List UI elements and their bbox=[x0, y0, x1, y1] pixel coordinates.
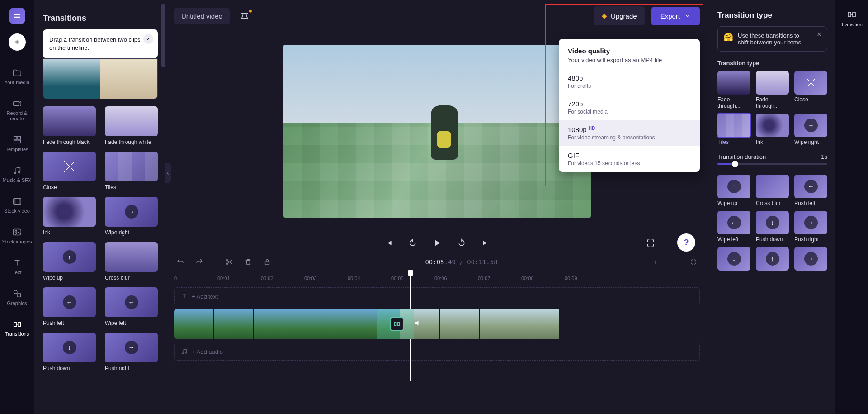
clip-frame[interactable] bbox=[174, 309, 214, 339]
video-preview[interactable] bbox=[283, 45, 591, 218]
transition-thumb[interactable]: Cross blur bbox=[105, 242, 158, 281]
clip-frame[interactable] bbox=[480, 309, 519, 339]
export-option-1080p[interactable]: 1080pHD For video streaming & presentati… bbox=[559, 120, 700, 146]
clip-frame[interactable] bbox=[333, 309, 373, 339]
upgrade-button[interactable]: ◆ Upgrade bbox=[594, 6, 645, 25]
lock-button[interactable] bbox=[261, 256, 274, 268]
type-wipe-right[interactable]: →Wipe right bbox=[794, 114, 827, 145]
split-button[interactable] bbox=[223, 256, 236, 268]
filters-button[interactable]: ◆ bbox=[236, 7, 253, 24]
rail-graphics[interactable]: Graphics bbox=[0, 284, 34, 310]
panel-title: Transitions bbox=[43, 14, 158, 23]
svg-point-13 bbox=[226, 260, 228, 261]
rail-record-create[interactable]: Record & create bbox=[0, 94, 34, 126]
rail-stock-images[interactable]: Stock images bbox=[0, 223, 34, 249]
clip-frame[interactable] bbox=[254, 309, 293, 339]
forward-button[interactable] bbox=[456, 237, 467, 249]
rail-transition-tab[interactable]: Transition bbox=[841, 9, 863, 27]
video-title-input[interactable]: Untitled video bbox=[174, 8, 230, 24]
svg-rect-15 bbox=[265, 262, 269, 265]
rail-templates[interactable]: Templates bbox=[0, 130, 34, 157]
transition-marker[interactable] bbox=[390, 317, 404, 331]
clip-audio-icon[interactable] bbox=[414, 319, 422, 328]
rail-label: Record & create bbox=[0, 110, 34, 121]
transition-thumb[interactable]: ←Wipe left bbox=[105, 287, 158, 326]
play-button[interactable] bbox=[431, 237, 443, 249]
rail-label: Templates bbox=[5, 147, 28, 152]
transition-thumb[interactable]: ↑Wipe up bbox=[43, 242, 96, 281]
rail-label: Transitions bbox=[5, 331, 29, 337]
zoom-in-button[interactable]: + bbox=[649, 256, 662, 268]
text-track[interactable]: + Add text bbox=[174, 287, 700, 305]
rail-label: Transition bbox=[841, 22, 863, 27]
svg-point-9 bbox=[14, 290, 17, 294]
svg-rect-16 bbox=[395, 323, 396, 326]
transition-thumb[interactable]: Fade through white bbox=[105, 106, 158, 145]
audio-track[interactable]: + Add audio bbox=[174, 343, 700, 361]
rail-transitions[interactable]: Transitions bbox=[0, 315, 34, 341]
type-push-down[interactable]: ↓Push down bbox=[756, 211, 789, 243]
undo-button[interactable] bbox=[174, 256, 187, 268]
type-tiles[interactable]: Tiles bbox=[717, 114, 750, 145]
type-close[interactable]: Close bbox=[794, 71, 827, 109]
export-option-gif[interactable]: GIF For videos 15 seconds or less bbox=[559, 146, 700, 172]
type-more[interactable]: ↑ bbox=[756, 247, 789, 271]
type-fade-black[interactable]: Fade through... bbox=[717, 71, 750, 109]
type-push-right[interactable]: →Push right bbox=[794, 211, 827, 243]
rewind-button[interactable] bbox=[407, 237, 419, 249]
rail-label: Stock images bbox=[2, 239, 32, 244]
svg-rect-12 bbox=[18, 322, 20, 326]
svg-rect-0 bbox=[13, 101, 19, 105]
svg-rect-11 bbox=[14, 322, 16, 326]
transition-thumb[interactable]: Tiles bbox=[105, 152, 158, 190]
skip-start-button[interactable] bbox=[382, 237, 394, 249]
export-quality-menu: Video quality Your video will export as … bbox=[559, 39, 700, 172]
type-more[interactable]: → bbox=[794, 247, 827, 271]
add-media-button[interactable]: + bbox=[9, 33, 26, 51]
transition-thumb[interactable]: Close bbox=[43, 152, 96, 190]
transition-thumb[interactable]: ←Push left bbox=[43, 287, 96, 326]
panel-scrollbar[interactable] bbox=[161, 0, 165, 414]
rail-stock-video[interactable]: Stock video bbox=[0, 192, 34, 218]
clip-frame[interactable] bbox=[519, 309, 559, 339]
transition-thumb[interactable]: Fade through black bbox=[43, 106, 96, 145]
clip-frame[interactable] bbox=[440, 309, 480, 339]
video-track[interactable] bbox=[174, 309, 700, 339]
rail-music-sfx[interactable]: Music & SFX bbox=[0, 161, 34, 187]
rail-your-media[interactable]: Your media bbox=[0, 63, 34, 90]
rail-text[interactable]: Text bbox=[0, 253, 34, 280]
timecode: 00:05.49 / 00:11.58 bbox=[425, 258, 497, 266]
redo-button[interactable] bbox=[193, 256, 206, 268]
transition-thumb[interactable]: ↓Push down bbox=[43, 333, 96, 371]
clip-frame[interactable] bbox=[293, 309, 333, 339]
type-cross-blur[interactable]: Cross blur bbox=[756, 175, 789, 206]
help-button[interactable]: ? bbox=[677, 233, 695, 252]
type-push-left[interactable]: ←Push left bbox=[794, 175, 827, 206]
transition-thumb[interactable]: Ink bbox=[43, 197, 96, 236]
clip-frame[interactable] bbox=[214, 309, 254, 339]
fit-timeline-button[interactable] bbox=[687, 256, 700, 268]
svg-rect-10 bbox=[17, 294, 20, 297]
export-option-480p[interactable]: 480p For drafts bbox=[559, 69, 700, 95]
export-button[interactable]: Export bbox=[651, 7, 700, 25]
timeline-ruler[interactable]: 0 00:01 00:02 00:03 00:04 00:05 00:06 00… bbox=[174, 273, 700, 284]
close-tip-button[interactable] bbox=[143, 34, 153, 44]
type-wipe-up[interactable]: ↑Wipe up bbox=[717, 175, 750, 206]
type-ink[interactable]: Ink bbox=[756, 114, 789, 145]
tip-text: Use these transitions to shift between y… bbox=[738, 32, 811, 46]
export-option-720p[interactable]: 720p For social media bbox=[559, 95, 700, 120]
type-wipe-left[interactable]: ←Wipe left bbox=[717, 211, 750, 243]
transition-thumb[interactable]: →Wipe right bbox=[105, 197, 158, 236]
zoom-out-button[interactable]: − bbox=[668, 256, 681, 268]
export-menu-subheading: Your video will export as an MP4 file bbox=[559, 57, 700, 69]
fullscreen-button[interactable] bbox=[645, 237, 656, 249]
chevron-down-icon bbox=[684, 13, 691, 19]
duration-slider[interactable] bbox=[717, 163, 827, 165]
transition-thumb[interactable]: →Push right bbox=[105, 333, 158, 371]
type-more[interactable]: ↓ bbox=[717, 247, 750, 271]
skip-end-button[interactable] bbox=[480, 237, 492, 249]
delete-button[interactable] bbox=[242, 256, 255, 268]
svg-point-8 bbox=[15, 230, 17, 232]
close-tip-button[interactable] bbox=[816, 31, 822, 39]
type-fade-white[interactable]: Fade through... bbox=[756, 71, 789, 109]
